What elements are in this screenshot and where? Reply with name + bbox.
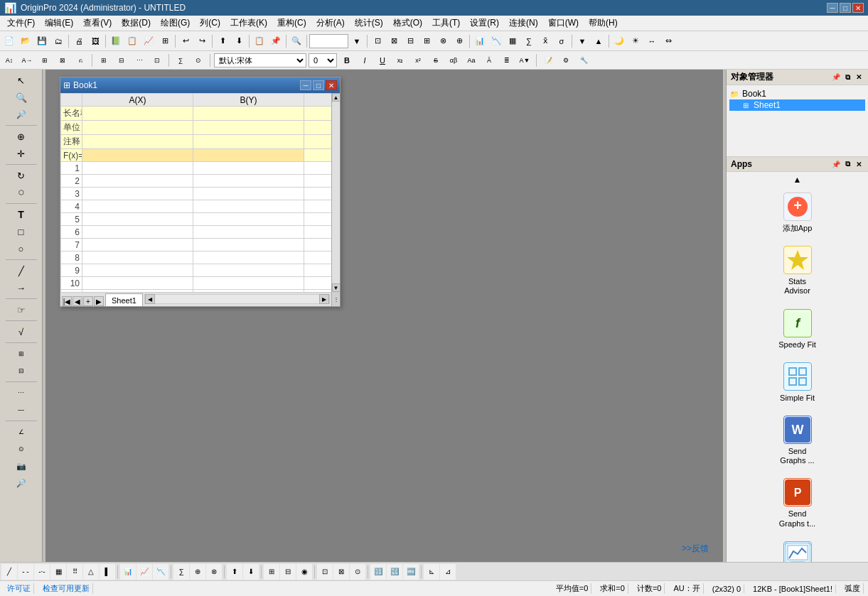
hscroll-left[interactable]: ◀ xyxy=(145,294,155,304)
tb-btn-b[interactable]: ⊠ xyxy=(386,33,402,49)
tool-region2[interactable]: ⊟ xyxy=(4,363,39,379)
tool-scale[interactable]: ⊙ xyxy=(4,441,39,457)
format-btn8[interactable]: ⋯ xyxy=(132,53,147,68)
color-dropdown[interactable]: A▼ xyxy=(517,53,532,68)
graph-dash-button[interactable]: - - xyxy=(18,564,33,580)
cell-b3[interactable] xyxy=(193,188,304,200)
app-item-speedyfit[interactable]: f Speedy Fit xyxy=(729,304,865,354)
tb-btn-i[interactable]: ▦ xyxy=(505,33,520,49)
apps-close-button[interactable]: ✕ xyxy=(854,159,864,169)
col-header-a[interactable]: A(X) xyxy=(82,94,193,107)
tab-prev-button[interactable]: ◀ xyxy=(73,296,82,306)
sheet-close-button[interactable]: ✕ xyxy=(326,80,337,90)
menu-analysis[interactable]: 分析(A) xyxy=(312,16,349,31)
tb-btn-o[interactable]: 🌙 xyxy=(611,33,627,49)
meta-cell-b3[interactable] xyxy=(193,135,304,149)
cell-b11[interactable] xyxy=(193,290,304,293)
menu-reanalyze[interactable]: 重构(C) xyxy=(273,16,311,31)
meta-cell-a1[interactable] xyxy=(82,107,193,121)
tb-btn-c[interactable]: ⊟ xyxy=(402,33,418,49)
save-all-button[interactable]: 🗂 xyxy=(50,33,66,49)
cell-a3[interactable] xyxy=(82,188,193,200)
misc-4[interactable]: ⊡ xyxy=(317,564,333,580)
app-item-send-ppt[interactable]: P SendGraphs t... xyxy=(729,473,865,533)
special-char-button[interactable]: Aa xyxy=(464,53,479,68)
graph-col-button[interactable]: ▌ xyxy=(100,564,115,580)
graph-line-button[interactable]: ╱ xyxy=(1,564,17,580)
cell-a4[interactable] xyxy=(82,200,193,213)
obj-manager-float-button[interactable]: ⧉ xyxy=(842,72,852,82)
status-check-update[interactable]: 检查可用更新 xyxy=(40,583,93,594)
import-button[interactable]: ⬆ xyxy=(215,33,230,49)
menu-worksheet[interactable]: 工作表(K) xyxy=(226,16,272,31)
redo-button[interactable]: ↪ xyxy=(194,33,210,49)
tb-btn-d[interactable]: ⊞ xyxy=(419,33,434,49)
format-btn4[interactable]: ⊠ xyxy=(55,53,70,68)
misc-1[interactable]: ⊞ xyxy=(264,564,279,580)
menu-help[interactable]: 帮助(H) xyxy=(584,16,622,31)
new-sheet-button[interactable]: 📋 xyxy=(124,33,140,49)
tb-btn-q[interactable]: ↔ xyxy=(644,33,660,49)
format-btn11[interactable]: ⊙ xyxy=(191,53,206,68)
export-1[interactable]: ⬆ xyxy=(227,564,242,580)
tab-next-button[interactable]: ▶ xyxy=(94,296,104,306)
feedback-link[interactable]: >>反馈 xyxy=(682,543,709,555)
tb-btn-h[interactable]: 📉 xyxy=(488,33,504,49)
menu-settings[interactable]: 设置(R) xyxy=(466,16,503,31)
menu-draw[interactable]: 绘图(G) xyxy=(156,16,194,31)
sheet-tab-1[interactable]: Sheet1 xyxy=(105,293,143,306)
minimize-button[interactable]: ─ xyxy=(827,3,838,13)
new-graph-button[interactable]: 📈 xyxy=(141,33,156,49)
meta-cell-b1[interactable] xyxy=(193,107,304,121)
tool-rotate[interactable]: ↻ xyxy=(4,168,39,183)
save-button[interactable]: 💾 xyxy=(34,33,50,49)
tool-circle[interactable]: ○ xyxy=(4,241,39,256)
tool-solid[interactable]: — xyxy=(4,402,39,418)
col-header-b[interactable]: B(Y) xyxy=(193,94,304,107)
bullet-button[interactable]: ≣ xyxy=(499,53,515,68)
apps-pin-button[interactable]: 📌 xyxy=(831,159,841,169)
format-btn5[interactable]: ⎌ xyxy=(73,53,88,68)
script-btn3[interactable]: 🔧 xyxy=(576,53,591,68)
tool-arrow[interactable]: → xyxy=(4,280,39,296)
format-btn3[interactable]: ⊞ xyxy=(37,53,53,68)
misc-6[interactable]: ⊙ xyxy=(350,564,365,580)
format-btn7[interactable]: ⊟ xyxy=(114,53,129,68)
apps-float-button[interactable]: ⧉ xyxy=(842,159,852,169)
sheet-resize-handle[interactable]: ⋮ xyxy=(331,292,340,306)
tool-zoom-in[interactable]: 🔍 xyxy=(4,90,39,105)
tb-btn-n[interactable]: ▲ xyxy=(591,33,606,49)
bold-button[interactable]: B xyxy=(339,53,355,68)
tb-btn-f[interactable]: ⊕ xyxy=(451,33,467,49)
print-preview-button[interactable]: 🖼 xyxy=(87,33,103,49)
sheet-minimize-button[interactable]: ─ xyxy=(300,80,311,90)
tb-btn-g[interactable]: 📊 xyxy=(472,33,488,49)
zoom-input[interactable]: 100% xyxy=(309,34,348,48)
graph-scatter-button[interactable]: ⠿ xyxy=(67,564,82,580)
graph-area-button[interactable]: △ xyxy=(83,564,99,580)
obj-manager-close-button[interactable]: ✕ xyxy=(854,72,864,82)
sheet-title-bar[interactable]: ⊞ Book1 ─ □ ✕ xyxy=(60,77,340,93)
analysis-1[interactable]: ∑ xyxy=(173,564,189,580)
format-btn6[interactable]: ⊞ xyxy=(96,53,112,68)
tool-hand[interactable]: ☞ xyxy=(4,302,39,318)
tb-btn-k[interactable]: x̄ xyxy=(537,33,553,49)
underline2-button[interactable]: Ā xyxy=(481,53,497,68)
misc-2[interactable]: ⊟ xyxy=(280,564,296,580)
font-name-select[interactable]: 默认:宋体 xyxy=(214,53,306,67)
filter-2[interactable]: ⊿ xyxy=(440,564,456,580)
graph-dotdash-button[interactable]: -·- xyxy=(34,564,50,580)
tb-btn-p[interactable]: ☀ xyxy=(628,33,643,49)
script-btn[interactable]: 📝 xyxy=(540,53,556,68)
hscroll-right[interactable]: ▶ xyxy=(319,294,329,304)
meta-cell-b4[interactable] xyxy=(193,149,304,162)
tool-magnify[interactable]: 🔎 xyxy=(4,475,39,491)
stat-3[interactable]: 🔤 xyxy=(403,564,419,580)
tool-formula[interactable]: √ xyxy=(4,324,39,340)
underline-button[interactable]: U xyxy=(375,53,390,68)
tool-zoom-out[interactable]: 🔎 xyxy=(4,107,39,122)
cell-b9[interactable] xyxy=(193,264,304,277)
zoom-dropdown[interactable]: ▼ xyxy=(349,33,365,49)
sheet-scroll-up[interactable]: ▲ xyxy=(332,93,341,102)
new-matrix-button[interactable]: ⊞ xyxy=(157,33,173,49)
